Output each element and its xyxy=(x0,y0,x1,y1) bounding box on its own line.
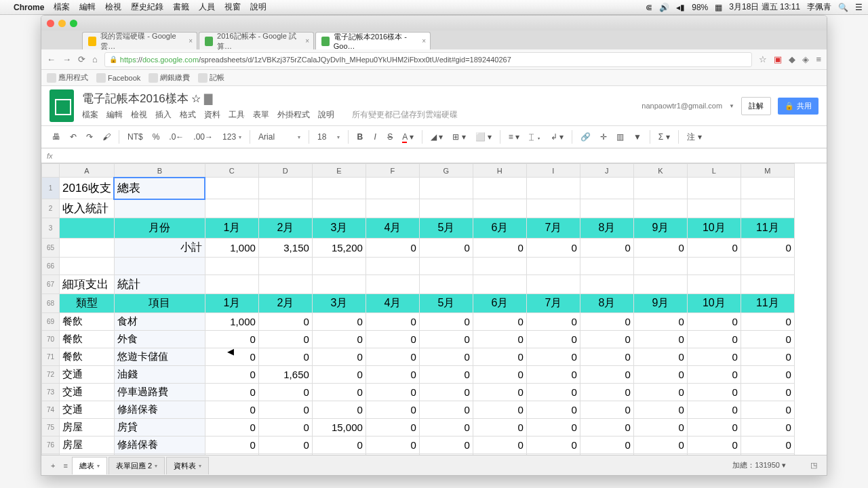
cell[interactable]: 0 xyxy=(258,313,312,331)
cell[interactable] xyxy=(258,275,312,294)
mac-menu-item[interactable]: 人員 xyxy=(199,2,215,12)
more-note[interactable]: 注 ▾ xyxy=(684,131,705,143)
cell[interactable] xyxy=(633,258,687,275)
cell[interactable] xyxy=(741,275,794,294)
cell[interactable] xyxy=(312,199,366,218)
bookmark-item[interactable]: Facebook xyxy=(96,73,140,83)
cell[interactable]: 0 xyxy=(633,239,687,258)
cell[interactable]: 0 xyxy=(687,384,741,401)
cell[interactable]: 8月 xyxy=(580,294,633,313)
cell[interactable]: 1月 xyxy=(205,218,258,239)
formula-bar[interactable]: fx xyxy=(41,148,827,163)
cell[interactable]: 0 xyxy=(473,331,526,348)
cell[interactable]: 類型 xyxy=(60,294,115,313)
col-header[interactable]: B xyxy=(114,164,205,178)
ext-icon2[interactable]: ◈ xyxy=(802,54,809,64)
cell[interactable]: 房屋 xyxy=(60,419,115,436)
cell[interactable]: 1月 xyxy=(205,294,258,313)
cell[interactable] xyxy=(312,275,366,294)
row-header[interactable]: 2 xyxy=(42,199,60,218)
cell[interactable] xyxy=(205,199,258,218)
cell[interactable]: 0 xyxy=(312,331,366,348)
nav-reload-icon[interactable]: ⟳ xyxy=(78,54,85,64)
cell[interactable] xyxy=(473,199,526,218)
cell[interactable]: 0 xyxy=(473,384,526,401)
cell[interactable]: 0 xyxy=(473,239,526,258)
nav-back-icon[interactable]: ← xyxy=(47,54,56,64)
cell[interactable]: 0 xyxy=(205,331,258,348)
cell[interactable]: 0 xyxy=(258,384,312,401)
mac-menu-item[interactable]: 檔案 xyxy=(54,2,70,12)
cell[interactable]: 0 xyxy=(312,436,366,454)
cell[interactable]: 0 xyxy=(633,366,687,384)
cell[interactable]: 0 xyxy=(741,239,794,258)
italic-icon[interactable]: I xyxy=(370,130,380,144)
sheets-menu-item[interactable]: 外掛程式 xyxy=(277,109,310,121)
cell[interactable]: 5月 xyxy=(419,218,473,239)
menu-icon[interactable]: ≡ xyxy=(816,54,821,64)
wrap-icon[interactable]: ↲ ▾ xyxy=(548,130,566,144)
cell[interactable] xyxy=(473,178,526,199)
cell[interactable]: 0 xyxy=(687,331,741,348)
cell[interactable] xyxy=(312,178,366,199)
cell[interactable]: 5月 xyxy=(419,294,473,313)
row-header[interactable]: 70 xyxy=(42,331,60,348)
sheet-tab[interactable]: 表單回應 2▾ xyxy=(108,457,165,474)
undo-icon[interactable]: ↶ xyxy=(67,130,79,144)
text-color-icon[interactable]: A ▾ xyxy=(399,130,416,144)
volume-icon[interactable]: 🔊 xyxy=(659,3,669,12)
cell[interactable] xyxy=(526,199,580,218)
cell[interactable]: 0 xyxy=(473,313,526,331)
mac-menu-item[interactable]: 編輯 xyxy=(79,2,96,12)
col-header[interactable]: G xyxy=(419,164,473,178)
cell[interactable]: 月份 xyxy=(114,218,205,239)
cell[interactable] xyxy=(205,178,258,199)
cell[interactable]: 0 xyxy=(741,419,794,436)
col-header[interactable]: L xyxy=(687,164,741,178)
cell[interactable]: 0 xyxy=(687,401,741,419)
cell[interactable]: 2月 xyxy=(258,294,312,313)
cell[interactable]: 0 xyxy=(580,384,633,401)
cell[interactable]: 0 xyxy=(419,239,473,258)
sheets-menu-item[interactable]: 格式 xyxy=(180,109,196,121)
cell[interactable]: 0 xyxy=(419,331,473,348)
cell[interactable]: 0 xyxy=(633,348,687,366)
cell[interactable]: 15,000 xyxy=(312,419,366,436)
cell[interactable] xyxy=(687,199,741,218)
cell[interactable] xyxy=(258,178,312,199)
strike-icon[interactable]: S xyxy=(384,130,395,144)
row-header[interactable]: 66 xyxy=(42,258,60,275)
cell[interactable]: 0 xyxy=(366,313,419,331)
dec-inc-icon[interactable]: .00→ xyxy=(191,130,216,144)
cell[interactable]: 0 xyxy=(419,436,473,454)
cell[interactable]: 0 xyxy=(366,436,419,454)
share-button[interactable]: 🔒共用 xyxy=(778,98,818,115)
cell[interactable]: 0 xyxy=(633,384,687,401)
cell[interactable] xyxy=(741,199,794,218)
wifi-icon[interactable]: ⋐ xyxy=(646,3,652,12)
cell[interactable]: 悠遊卡儲值 xyxy=(114,348,205,366)
cell[interactable] xyxy=(473,275,526,294)
sheets-menu-item[interactable]: 資料 xyxy=(204,109,220,121)
spotlight-icon[interactable]: 🔍 xyxy=(838,3,848,12)
star-icon[interactable]: ☆ xyxy=(759,54,767,64)
cell[interactable]: 0 xyxy=(526,366,580,384)
cell[interactable]: 0 xyxy=(633,419,687,436)
currency-format[interactable]: NT$ xyxy=(125,130,146,144)
cell[interactable] xyxy=(526,258,580,275)
cell[interactable] xyxy=(526,275,580,294)
valign-icon[interactable]: ⌶ ▾ xyxy=(526,130,543,144)
cell[interactable] xyxy=(366,258,419,275)
row-header[interactable]: 68 xyxy=(42,294,60,313)
cell[interactable]: 6月 xyxy=(473,294,526,313)
cell[interactable]: 小計 xyxy=(114,239,205,258)
cell[interactable] xyxy=(580,275,633,294)
cell[interactable]: 0 xyxy=(473,401,526,419)
cell[interactable]: 0 xyxy=(526,401,580,419)
cell[interactable] xyxy=(114,258,205,275)
cell[interactable]: 0 xyxy=(741,436,794,454)
cell[interactable]: 7月 xyxy=(526,294,580,313)
sheets-menu-item[interactable]: 工具 xyxy=(229,109,245,121)
mac-menu-item[interactable]: 檢視 xyxy=(105,2,121,12)
star-doc-icon[interactable]: ☆ xyxy=(191,93,201,104)
